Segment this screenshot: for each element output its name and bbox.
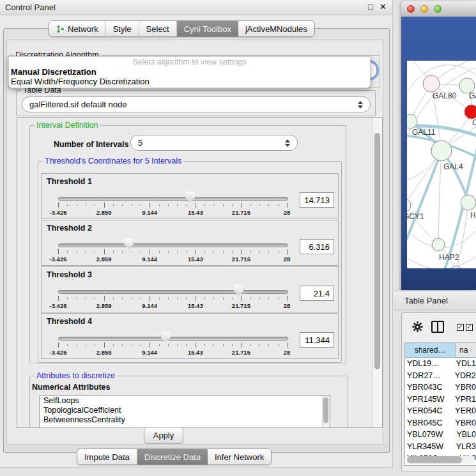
- tab-impute-data[interactable]: Impute Data: [77, 449, 137, 464]
- settings-scroll-viewport: Interval Definition Number of Intervals …: [17, 117, 383, 428]
- threshold-slider-track[interactable]: [58, 197, 288, 201]
- close-panel-icon[interactable]: ✕: [380, 2, 387, 12]
- tick-label: -3.426: [50, 302, 67, 309]
- threshold-slider-track[interactable]: [58, 290, 288, 294]
- network-node-label: GCY1: [407, 212, 424, 221]
- table-row[interactable]: YLR345WYLR3: [405, 441, 476, 453]
- threshold-slider-track[interactable]: [58, 243, 288, 247]
- table-row[interactable]: YBR045CYBR0: [405, 417, 476, 429]
- table-row[interactable]: YDL19…YDL1: [405, 358, 476, 370]
- cell-shared-name[interactable]: YPR145W: [405, 395, 450, 404]
- cell-name[interactable]: YLR3: [451, 442, 476, 451]
- cell-name[interactable]: YER0: [450, 406, 476, 415]
- network-window-titlebar: [401, 1, 476, 17]
- scrollbar-thumb[interactable]: [374, 133, 380, 369]
- network-node-label: H: [470, 211, 476, 220]
- table-data-combobox[interactable]: galFiltered.sif default node: [22, 96, 371, 112]
- table-row[interactable]: YER054CYER0: [405, 405, 476, 417]
- threshold-slider-thumb[interactable]: [234, 285, 243, 296]
- cell-shared-name[interactable]: YBL079W: [405, 430, 451, 439]
- cell-shared-name[interactable]: YBR045C: [405, 418, 450, 427]
- cell-name[interactable]: YPR1: [450, 395, 476, 404]
- dropdown-option-manual[interactable]: Manual Discretization: [9, 67, 370, 77]
- threshold-value-field[interactable]: 21.4: [300, 286, 334, 301]
- threshold-box: Threshold 2-3.4262.8599.14415.4321.71528…: [41, 220, 339, 266]
- threshold-value-field[interactable]: 6.316: [300, 239, 334, 254]
- threshold-slider-track[interactable]: [58, 337, 288, 341]
- cell-name[interactable]: YDL1: [451, 359, 476, 368]
- threshold-label: Threshold 3: [47, 270, 92, 279]
- tab-infer-network[interactable]: Infer Network: [208, 449, 271, 464]
- attribute-list-scrollbar[interactable]: [322, 396, 330, 428]
- cell-shared-name[interactable]: YDL19…: [405, 359, 451, 368]
- cell-shared-name[interactable]: YDR27…: [405, 371, 450, 380]
- tick-label: 2.859: [96, 349, 112, 356]
- attribute-list-item[interactable]: TopologicalCoefficient: [40, 406, 330, 415]
- table-row[interactable]: YDR27…YDR2: [405, 370, 476, 382]
- slider-tick-labels: -3.4262.8599.14415.4321.71528: [58, 302, 287, 309]
- close-light-red-icon[interactable]: [407, 5, 415, 13]
- minimize-light-yellow-icon[interactable]: [420, 5, 428, 13]
- split-columns-icon[interactable]: [431, 321, 444, 333]
- threshold-slider-thumb[interactable]: [124, 238, 134, 249]
- table-panel-title: Table Panel: [404, 296, 448, 305]
- network-node[interactable]: [423, 75, 440, 92]
- slider-tick-marks: [58, 296, 287, 302]
- network-node[interactable]: [464, 105, 476, 119]
- cell-shared-name[interactable]: YLR345W: [405, 442, 451, 451]
- interval-definition-legend: Interval Definition: [35, 121, 100, 130]
- tab-cyni-toolbox-label: Cyni Toolbox: [184, 24, 231, 34]
- node-attribute-table[interactable]: shared… na YDL19…YDL1YDR27…YDR2YBR043CYB…: [404, 342, 476, 466]
- algorithm-dropdown-popup: Select algorithm to view settings Manual…: [8, 56, 371, 88]
- network-node-label: GAL4: [443, 162, 463, 171]
- numerical-attributes-list[interactable]: SelfLoopsTopologicalCoefficientBetweenne…: [39, 395, 330, 428]
- column-header-name[interactable]: na: [456, 343, 476, 357]
- network-canvas[interactable]: GAL80GACGAL11GAL4GCY1HHAP2: [407, 61, 476, 268]
- scrollbar-thumb[interactable]: [407, 456, 462, 463]
- cell-name[interactable]: YBR0: [450, 418, 476, 427]
- threshold-value-field[interactable]: 14.713: [300, 192, 334, 208]
- tick-label: 28: [284, 349, 291, 356]
- network-node[interactable]: [461, 195, 476, 210]
- tick-label: -3.426: [50, 256, 67, 263]
- slider-tick-labels: -3.4262.8599.14415.4321.71528: [58, 256, 287, 262]
- cell-shared-name[interactable]: YER054C: [405, 406, 450, 415]
- threshold-slider-thumb[interactable]: [161, 332, 171, 342]
- tab-style[interactable]: Style: [106, 21, 139, 36]
- cell-name[interactable]: YBR0: [450, 383, 476, 392]
- checkbox-checked-icon[interactable]: ✓: [466, 324, 473, 331]
- tick-label: 21.715: [232, 349, 250, 356]
- gear-icon[interactable]: [412, 321, 423, 335]
- tab-network[interactable]: Network: [49, 21, 106, 36]
- apply-button[interactable]: Apply: [144, 427, 183, 444]
- column-header-shared-name[interactable]: shared…: [405, 343, 456, 357]
- scrollbar-thumb[interactable]: [323, 397, 328, 423]
- attribute-list-item[interactable]: BetweennessCentrality: [40, 415, 330, 425]
- network-node[interactable]: [450, 266, 462, 268]
- settings-vertical-scrollbar[interactable]: [372, 118, 382, 427]
- tab-cyni-toolbox[interactable]: Cyni Toolbox: [177, 21, 238, 36]
- table-row[interactable]: YBR043CYBR0: [405, 381, 476, 394]
- checkbox-checked-icon[interactable]: ✓: [457, 324, 464, 331]
- tab-jactivemnodules[interactable]: jActiveMNodules: [238, 21, 314, 36]
- cell-name[interactable]: YBL0: [451, 430, 476, 439]
- threshold-label: Threshold 4: [47, 317, 92, 326]
- network-node[interactable]: [432, 238, 445, 251]
- tab-discretize-data[interactable]: Discretize Data: [137, 449, 208, 464]
- table-panel-toolbar: ✓ ✓: [402, 313, 476, 341]
- tab-select[interactable]: Select: [139, 21, 177, 36]
- zoom-light-green-icon[interactable]: [434, 5, 441, 13]
- threshold-value-field[interactable]: 11.344: [300, 332, 334, 348]
- network-node[interactable]: [431, 141, 452, 161]
- cell-shared-name[interactable]: YBR043C: [405, 383, 450, 392]
- float-window-icon[interactable]: □: [368, 2, 373, 12]
- attribute-list-item[interactable]: SelfLoops: [40, 396, 330, 406]
- network-node[interactable]: [407, 199, 411, 211]
- dropdown-option-equal-width[interactable]: Equal Width/Frequency Discretization: [9, 77, 370, 86]
- table-row[interactable]: YBL079WYBL0: [405, 429, 476, 441]
- threshold-slider-thumb[interactable]: [185, 192, 195, 203]
- cell-name[interactable]: YDR2: [450, 371, 476, 380]
- table-horizontal-scrollbar[interactable]: [406, 456, 475, 464]
- number-of-intervals-combobox[interactable]: 5: [130, 135, 298, 151]
- table-row[interactable]: YPR145WYPR1: [405, 394, 476, 406]
